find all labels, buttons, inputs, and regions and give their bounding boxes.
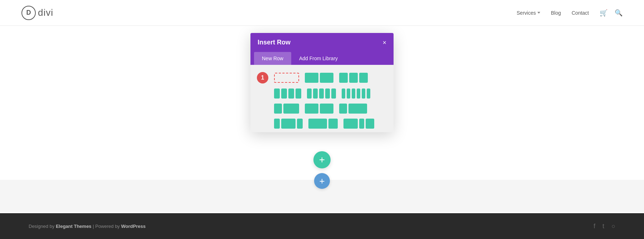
layout-block[interactable]	[357, 89, 360, 99]
modal-tabs: New Row Add From Library	[250, 52, 394, 65]
layout-block[interactable]	[283, 104, 299, 114]
layout-block[interactable]	[331, 89, 336, 99]
site-footer: Designed by Elegant Themes | Powered by …	[0, 213, 644, 239]
layout-block[interactable]	[308, 119, 327, 129]
layout-block[interactable]	[319, 89, 324, 99]
layout-block[interactable]	[313, 89, 318, 99]
layout-block[interactable]	[297, 119, 303, 129]
tab-add-from-library[interactable]: Add From Library	[291, 52, 346, 65]
tab-new-row[interactable]: New Row	[254, 52, 291, 65]
modal-header: Insert Row ×	[250, 33, 394, 52]
row-number-badge: 1	[257, 72, 268, 83]
cart-button[interactable]: 🛒	[600, 9, 608, 17]
header-icons: 🛒 🔍	[600, 9, 623, 17]
layout-row-4	[257, 119, 387, 129]
main-area: Insert Row × New Row Add From Library 1	[0, 26, 644, 212]
layout-set-mixed-2[interactable]	[308, 119, 338, 129]
layout-row-2	[257, 89, 387, 99]
layout-block[interactable]	[320, 104, 333, 114]
nav-item-services[interactable]: Services	[517, 10, 540, 16]
layout-block[interactable]	[325, 89, 330, 99]
layout-block-selected[interactable]	[274, 73, 299, 83]
layout-row-1: 1	[257, 72, 387, 83]
layout-block[interactable]	[348, 104, 367, 114]
layout-block[interactable]	[359, 119, 364, 129]
logo-area: D divi	[21, 6, 53, 20]
layout-block[interactable]	[328, 119, 338, 129]
layout-block[interactable]	[367, 89, 370, 99]
layout-set-2col[interactable]	[305, 73, 333, 83]
layout-row-3	[257, 104, 387, 114]
layout-set-6col[interactable]	[342, 89, 370, 99]
nav-item-blog[interactable]: Blog	[551, 10, 561, 16]
footer-social: f t ○	[594, 223, 615, 230]
search-button[interactable]: 🔍	[615, 9, 623, 17]
twitter-icon[interactable]: t	[602, 223, 604, 230]
layout-set-1col-selected[interactable]	[274, 73, 299, 83]
layout-block[interactable]	[349, 73, 358, 83]
layout-block[interactable]	[347, 89, 350, 99]
facebook-icon[interactable]: f	[594, 223, 595, 230]
layout-set-1-3-2-3[interactable]	[274, 104, 299, 114]
layout-block[interactable]	[288, 89, 294, 99]
add-section-button-blue[interactable]: +	[314, 173, 330, 189]
logo-icon: D	[21, 6, 36, 20]
site-header: D divi Services Blog Contact 🛒 🔍	[0, 0, 644, 26]
layout-block[interactable]	[362, 89, 365, 99]
modal-close-button[interactable]: ×	[382, 39, 386, 46]
layout-set-4col[interactable]	[274, 89, 301, 99]
chevron-down-icon	[537, 12, 540, 14]
layout-block[interactable]	[320, 73, 333, 83]
nav-item-contact[interactable]: Contact	[572, 10, 589, 16]
footer-credit: Designed by Elegant Themes | Powered by …	[29, 224, 146, 229]
main-nav: Services Blog Contact 🛒 🔍	[517, 9, 623, 17]
layout-block[interactable]	[274, 89, 280, 99]
layout-set-3col[interactable]	[339, 73, 368, 83]
layout-block[interactable]	[343, 119, 358, 129]
layout-set-5col[interactable]	[307, 89, 336, 99]
layout-block[interactable]	[359, 73, 368, 83]
modal-title: Insert Row	[258, 39, 291, 46]
layout-set-mixed-3[interactable]	[343, 119, 374, 129]
layout-block[interactable]	[274, 104, 282, 114]
layout-grid: 1	[257, 72, 387, 129]
layout-block[interactable]	[281, 89, 287, 99]
modal-body[interactable]: 1	[250, 65, 394, 132]
insert-row-modal: Insert Row × New Row Add From Library 1	[250, 33, 394, 132]
add-row-button-teal[interactable]: +	[313, 151, 331, 168]
logo-text: divi	[38, 7, 53, 18]
layout-block[interactable]	[366, 119, 374, 129]
layout-set-1-2-1-2[interactable]	[305, 104, 333, 114]
layout-set-2-3-1-3[interactable]	[339, 104, 367, 114]
layout-block[interactable]	[274, 119, 280, 129]
layout-block[interactable]	[342, 89, 345, 99]
layout-set-mixed-1[interactable]	[274, 119, 303, 129]
layout-block[interactable]	[281, 119, 296, 129]
instagram-icon[interactable]: ○	[611, 223, 615, 230]
layout-block[interactable]	[352, 89, 355, 99]
layout-block[interactable]	[296, 89, 301, 99]
layout-block[interactable]	[305, 104, 318, 114]
layout-block[interactable]	[339, 73, 348, 83]
layout-block[interactable]	[339, 104, 347, 114]
modal-panel: Insert Row × New Row Add From Library 1	[250, 33, 394, 132]
layout-block[interactable]	[305, 73, 318, 83]
layout-block[interactable]	[307, 89, 312, 99]
